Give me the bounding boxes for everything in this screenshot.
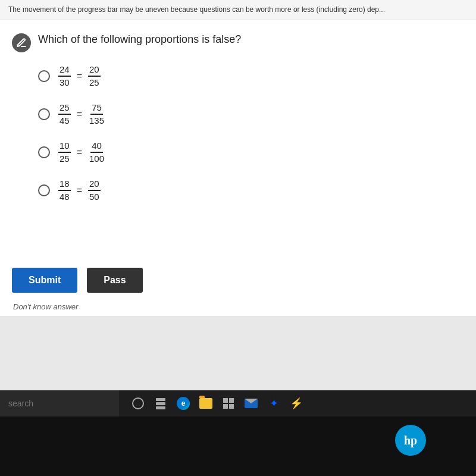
fraction-expr-d: 18 48 = 20 50 — [58, 178, 101, 202]
bar3 — [156, 406, 165, 409]
option-d[interactable]: 18 48 = 20 50 — [38, 178, 464, 202]
radio-a[interactable] — [38, 70, 50, 82]
dont-know-label: Don't know answer — [13, 302, 78, 311]
option-b[interactable]: 25 45 = 75 135 — [38, 102, 464, 126]
fraction-expr-b: 25 45 = 75 135 — [58, 102, 105, 126]
edge-logo: e — [177, 397, 190, 410]
equals-d: = — [77, 185, 82, 196]
extra-symbol: ⚡ — [290, 397, 303, 410]
fraction-c-right: 40 100 — [88, 140, 105, 164]
bar2 — [156, 402, 165, 405]
fraction-d-right: 20 50 — [88, 178, 101, 202]
question-header: Which of the following proportions is fa… — [12, 32, 464, 52]
dropbox-icon[interactable]: ✦ — [267, 396, 281, 411]
fraction-a-left: 24 30 — [58, 64, 71, 88]
file-explorer-icon[interactable] — [199, 396, 213, 411]
fraction-d-left: 18 48 — [58, 178, 71, 202]
options-list: 24 30 = 20 25 25 45 — [12, 64, 464, 223]
mail-icon[interactable] — [244, 396, 258, 411]
bottom-bar: hp — [0, 416, 476, 476]
screen-area: The movement of the progress bar may be … — [0, 0, 476, 393]
question-text: Which of the following proportions is fa… — [38, 32, 241, 47]
windows-start-icon[interactable] — [221, 396, 236, 411]
edge-browser-icon[interactable]: e — [176, 396, 190, 411]
search-circle — [132, 397, 144, 409]
equals-b: = — [77, 109, 82, 120]
search-input[interactable] — [0, 390, 119, 416]
buttons-row: Submit Pass — [12, 268, 143, 293]
hp-area: hp — [393, 422, 428, 458]
option-a[interactable]: 24 30 = 20 25 — [38, 64, 464, 88]
radio-d[interactable] — [38, 184, 50, 196]
taskbar-icons: e ✦ ⚡ — [131, 396, 303, 411]
equals-a: = — [77, 71, 82, 82]
notice-text: The movement of the progress bar may be … — [8, 5, 385, 14]
action-bar: Submit Pass Don't know answer — [0, 258, 476, 316]
radio-c[interactable] — [38, 146, 50, 158]
grid-br — [229, 404, 234, 409]
extra-icon[interactable]: ⚡ — [289, 396, 303, 411]
fraction-expr-a: 24 30 = 20 25 — [58, 64, 101, 88]
grid-tl — [223, 398, 228, 403]
windows-search-icon[interactable] — [131, 396, 145, 411]
bar1 — [156, 398, 165, 401]
pencil-icon — [12, 33, 31, 52]
task-view-icon[interactable] — [154, 396, 168, 411]
option-c[interactable]: 10 25 = 40 100 — [38, 140, 464, 164]
task-view-bars — [156, 398, 165, 409]
dropbox-symbol: ✦ — [270, 397, 278, 410]
grid-bl — [223, 404, 228, 409]
grid-tr — [229, 398, 234, 403]
taskbar: e ✦ ⚡ — [0, 390, 476, 416]
fraction-a-right: 20 25 — [88, 64, 101, 88]
fraction-c-left: 10 25 — [58, 140, 71, 164]
equals-c: = — [77, 147, 82, 158]
radio-b[interactable] — [38, 108, 50, 120]
folder-icon — [199, 398, 212, 409]
windows-grid — [223, 398, 234, 409]
fraction-b-right: 75 135 — [88, 102, 105, 126]
spacer — [0, 234, 476, 258]
fraction-expr-c: 10 25 = 40 100 — [58, 140, 105, 164]
mail-envelope — [245, 399, 258, 408]
submit-button[interactable]: Submit — [12, 268, 77, 293]
pass-button[interactable]: Pass — [87, 268, 142, 293]
notice-bar: The movement of the progress bar may be … — [0, 0, 476, 20]
hp-logo: hp — [395, 425, 426, 456]
fraction-b-left: 25 45 — [58, 102, 71, 126]
question-container: Which of the following proportions is fa… — [0, 20, 476, 234]
